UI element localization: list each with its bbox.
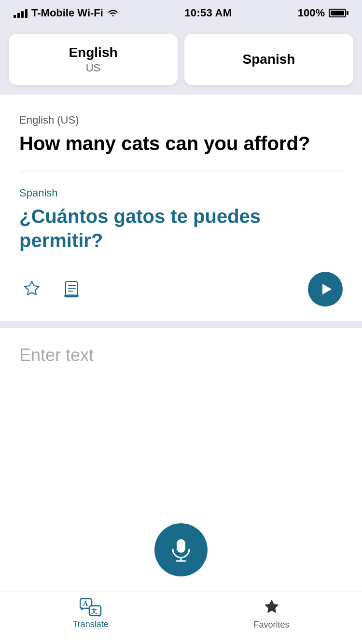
source-lang-label: English (US): [19, 114, 343, 126]
source-language-button[interactable]: English US: [9, 34, 178, 85]
svg-text:A: A: [83, 600, 88, 607]
microphone-button[interactable]: [154, 523, 208, 576]
tab-translate[interactable]: A 文 Translate: [53, 594, 127, 633]
status-right: 100%: [298, 7, 348, 19]
tab-favorites-label: Favorites: [254, 620, 290, 630]
card-actions: [19, 270, 343, 307]
translation-card: English (US) How many cats can you affor…: [0, 95, 362, 321]
source-text: How many cats can you afford?: [19, 131, 343, 155]
svg-rect-7: [177, 539, 185, 553]
tab-bar: A 文 Translate Favorites: [0, 591, 362, 644]
battery-icon: [329, 9, 348, 17]
card-actions-left: [19, 277, 85, 302]
input-area[interactable]: Enter text: [0, 328, 362, 523]
target-lang-name: Spanish: [194, 52, 344, 67]
svg-marker-6: [322, 284, 332, 294]
target-text: ¿Cuántos gatos te puedes permitir?: [19, 204, 343, 252]
carrier-label: T-Mobile Wi-Fi: [31, 7, 103, 19]
translate-icon: A 文: [80, 598, 102, 616]
signal-bars-icon: [14, 8, 28, 18]
battery-percent: 100%: [298, 7, 325, 19]
language-selector: English US Spanish: [0, 26, 362, 95]
tab-translate-label: Translate: [72, 619, 108, 630]
favorites-tab-icon: [262, 598, 281, 617]
svg-rect-0: [66, 281, 77, 297]
wifi-icon: [107, 7, 119, 19]
status-left: T-Mobile Wi-Fi: [14, 7, 119, 19]
source-lang-name: English: [18, 44, 168, 61]
status-bar: T-Mobile Wi-Fi 10:53 AM 100%: [0, 0, 362, 26]
source-lang-sub: US: [18, 62, 168, 74]
favorite-button[interactable]: [19, 277, 44, 302]
dictionary-button[interactable]: [60, 277, 85, 302]
card-divider: [19, 171, 343, 171]
target-lang-label: Spanish: [19, 187, 343, 199]
status-time: 10:53 AM: [184, 7, 232, 19]
mic-area: [0, 523, 362, 591]
target-language-button[interactable]: Spanish: [184, 34, 353, 85]
svg-text:文: 文: [91, 608, 97, 615]
enter-text-placeholder: Enter text: [19, 345, 94, 365]
tab-favorites[interactable]: Favorites: [235, 594, 309, 634]
play-button[interactable]: [308, 272, 343, 307]
